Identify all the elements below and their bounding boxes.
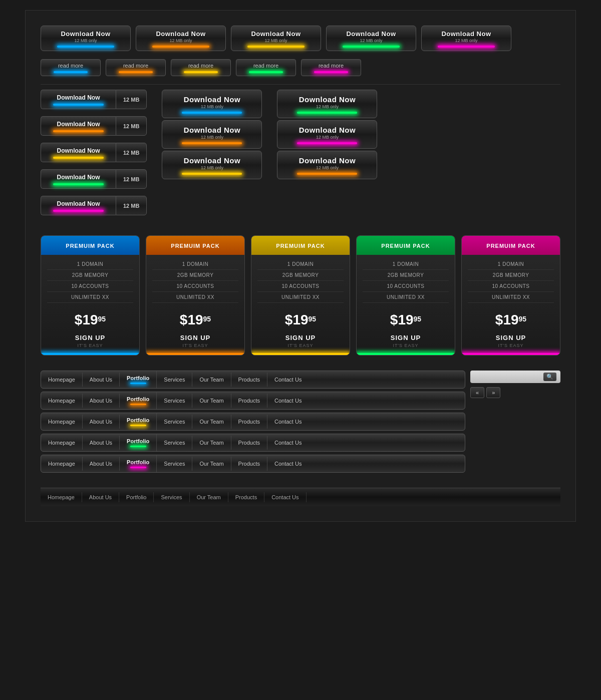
glow-bar [182,173,242,175]
medium-dl-orange2[interactable]: Download Now 12 MB only [277,151,377,179]
nav-contactus-1[interactable]: Contact Us [267,373,309,387]
nav-contactus-2[interactable]: Contact Us [267,394,309,408]
feature-accounts: 10 ACCOUNTS [47,281,133,292]
split-dl-green[interactable]: Download Now 12 MB [41,169,147,189]
glow-bar-blue [57,46,114,48]
pricing-signup[interactable]: SIGN UP IT'S EASY [462,330,560,350]
nav-portfolio-2[interactable]: Portfolio [120,392,157,409]
footer-nav-products[interactable]: Products [228,492,264,502]
footer-nav-homepage[interactable]: Homepage [41,492,82,502]
split-dl-pink[interactable]: Download Now 12 MB [41,196,147,215]
read-more-yellow[interactable]: read more [171,59,231,76]
nav-glow-green [130,446,146,447]
pricing-features: 1 DOMAIN 2GB MEMORY 10 ACCOUNTS UNLIMITE… [251,255,350,307]
nav-services-4[interactable]: Services [157,436,192,450]
nav-ourteam-4[interactable]: Our Team [192,436,231,450]
footer-nav-services[interactable]: Services [154,492,189,502]
medium-dl-yellow[interactable]: Download Now 12 MB only [162,151,262,179]
nav-ourteam-1[interactable]: Our Team [192,373,231,387]
pricing-features: 1 DOMAIN 2GB MEMORY 10 ACCOUNTS UNLIMITE… [357,255,455,307]
nav-portfolio-4[interactable]: Portfolio [120,434,157,451]
pricing-signup[interactable]: SIGN UP IT'S EASY [146,330,244,350]
nav-portfolio-5[interactable]: Portfolio [120,455,157,472]
pricing-card-blue: PREMUIM PACK 1 DOMAIN 2GB MEMORY 10 ACCO… [41,235,140,356]
pricing-signup[interactable]: SIGN UP IT'S EASY [357,330,455,350]
nav-homepage-5[interactable]: Homepage [41,457,83,471]
download-btn-pink[interactable]: Download Now 12 MB only [421,26,511,51]
nav-homepage-2[interactable]: Homepage [41,394,83,408]
nav-services-3[interactable]: Services [157,415,192,429]
nav-contactus-5[interactable]: Contact Us [267,457,309,471]
glow-bar [314,71,349,73]
nav-services-2[interactable]: Services [157,394,192,408]
nav-homepage-4[interactable]: Homepage [41,436,83,450]
nav-ourteam-5[interactable]: Our Team [192,457,231,471]
nav-products-2[interactable]: Products [231,394,267,408]
pricing-signup[interactable]: SIGN UP IT'S EASY [251,330,350,350]
pagination-buttons: « » [470,387,560,398]
split-dl-yellow[interactable]: Download Now 12 MB [41,143,147,162]
nav-homepage-3[interactable]: Homepage [41,415,83,429]
glow-bar-green [343,46,400,48]
nav-products-5[interactable]: Products [231,457,267,471]
nav-portfolio-3[interactable]: Portfolio [120,413,157,430]
split-dl-blue[interactable]: Download Now 12 MB [41,90,147,109]
medium-dl-orange[interactable]: Download Now 12 MB only [162,120,262,149]
nav-glow-pink [130,467,146,468]
search-bar[interactable]: 🔍 [470,371,560,383]
nav-aboutus-4[interactable]: About Us [83,436,120,450]
nav-portfolio-1[interactable]: Portfolio [120,371,157,388]
pricing-price: $1995 [146,307,244,330]
nav-aboutus-1[interactable]: About Us [83,373,120,387]
split-dl-orange[interactable]: Download Now 12 MB [41,116,147,136]
download-btn-green[interactable]: Download Now 12 MB only [326,26,416,51]
download-btn-blue[interactable]: Download Now 12 MB only [41,26,131,51]
read-more-orange[interactable]: read more [106,59,166,76]
glow-bar [297,112,357,114]
glow-bar [53,104,104,106]
nav-products-4[interactable]: Products [231,436,267,450]
nav-homepage-1[interactable]: Homepage [41,373,83,387]
pricing-signup[interactable]: SIGN UP IT'S EASY [41,330,139,350]
nav-aboutus-3[interactable]: About Us [83,415,120,429]
pricing-glow-bar-blue [41,353,139,355]
glow-bar [249,71,283,73]
pricing-card-yellow: PREMUIM PACK 1 DOMAIN 2GB MEMORY 10 ACCO… [251,235,350,356]
nav-products-1[interactable]: Products [231,373,267,387]
footer-nav-contactus[interactable]: Contact Us [264,492,306,502]
nav-contactus-4[interactable]: Contact Us [267,436,309,450]
nav-products-3[interactable]: Products [231,415,267,429]
pagination-prev[interactable]: « [470,387,484,398]
nav-ourteam-2[interactable]: Our Team [192,394,231,408]
search-button[interactable]: 🔍 [543,373,556,381]
pricing-card-green: PREMUIM PACK 1 DOMAIN 2GB MEMORY 10 ACCO… [356,235,455,356]
nav-services-1[interactable]: Services [157,373,192,387]
footer-navbar: Homepage About Us Portfolio Services Our… [41,488,560,506]
glow-bar [119,71,153,73]
medium-dl-pink[interactable]: Download Now 12 MB only [277,120,377,149]
nav-services-5[interactable]: Services [157,457,192,471]
footer-nav-portfolio[interactable]: Portfolio [119,492,154,502]
nav-contactus-3[interactable]: Contact Us [267,415,309,429]
search-input[interactable] [474,374,543,380]
navbar-2-orange: Homepage About Us Portfolio Services Our… [41,392,465,410]
read-more-blue[interactable]: read more [41,59,101,76]
read-more-green[interactable]: read more [236,59,296,76]
medium-dl-blue[interactable]: Download Now 12 MB only [162,90,262,118]
pricing-glow-bar-orange [146,353,244,355]
nav-ourteam-3[interactable]: Our Team [192,415,231,429]
feature-memory: 2GB MEMORY [47,270,133,281]
download-btn-yellow[interactable]: Download Now 12 MB only [231,26,321,51]
footer-nav-ourteam[interactable]: Our Team [190,492,228,502]
nav-aboutus-2[interactable]: About Us [83,394,120,408]
glow-bar [297,142,357,144]
download-btn-orange[interactable]: Download Now 12 MB only [136,26,226,51]
medium-dl-green[interactable]: Download Now 12 MB only [277,90,377,118]
nav-aboutus-5[interactable]: About Us [83,457,120,471]
read-more-pink[interactable]: read more [301,59,361,76]
split-col-1: Download Now 12 MB Download Now 12 MB Do… [41,90,147,220]
feature-domain: 1 DOMAIN [47,259,133,270]
pricing-glow-bar-pink [462,353,560,355]
footer-nav-aboutus[interactable]: About Us [82,492,119,502]
pagination-next[interactable]: » [486,387,500,398]
